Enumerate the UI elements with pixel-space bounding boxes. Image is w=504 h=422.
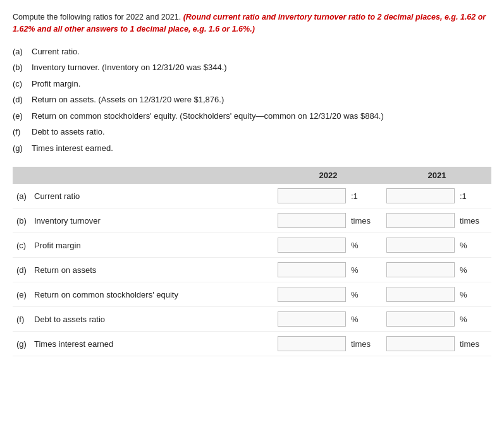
row-letter: (f) xyxy=(13,307,30,332)
item-text: Times interest earned. xyxy=(32,142,491,155)
input-2021-4[interactable] xyxy=(386,287,455,302)
table-row: (a) Current ratio :1 :1 xyxy=(13,184,491,208)
row-letter: (d) xyxy=(13,258,30,282)
item-letter: (g) xyxy=(13,142,32,155)
table-row: (c) Profit margin % % xyxy=(13,233,491,258)
input-2021-1[interactable] xyxy=(386,213,455,228)
row-letter: (c) xyxy=(13,233,30,258)
unit-2022: % xyxy=(350,258,383,282)
item-text: Return on assets. (Assets on 12/31/20 we… xyxy=(32,93,491,106)
input-2021-5[interactable] xyxy=(386,311,455,327)
input-2022-1[interactable] xyxy=(278,213,346,228)
input-2022-cell xyxy=(274,332,350,356)
unit-2021: % xyxy=(458,233,491,258)
input-2022-cell xyxy=(274,208,350,233)
unit-2022: % xyxy=(350,282,383,307)
input-2022-cell xyxy=(274,307,350,332)
table-row: (g) Times interest earned times times xyxy=(13,332,491,356)
list-item: (f)Debt to assets ratio. xyxy=(13,126,491,138)
input-2021-6[interactable] xyxy=(386,336,455,351)
input-2022-cell xyxy=(274,258,350,282)
item-letter: (c) xyxy=(13,78,32,90)
input-2021-0[interactable] xyxy=(386,188,455,203)
unit-2021: times xyxy=(458,208,491,233)
item-letter: (b) xyxy=(13,61,32,74)
list-item: (g)Times interest earned. xyxy=(13,142,491,155)
list-item: (d)Return on assets. (Assets on 12/31/20… xyxy=(13,93,491,106)
row-letter: (g) xyxy=(13,332,30,356)
input-2021-cell xyxy=(383,233,458,258)
row-desc: Return on common stockholders' equity xyxy=(30,282,274,307)
input-2022-0[interactable] xyxy=(278,188,346,203)
unit-2022: % xyxy=(350,307,383,332)
item-letter: (e) xyxy=(13,110,32,123)
unit-2021: times xyxy=(458,332,491,356)
unit-2022: % xyxy=(350,233,383,258)
unit-2021: % xyxy=(458,307,491,332)
row-desc: Profit margin xyxy=(30,233,274,258)
item-letter: (a) xyxy=(13,45,32,58)
unit-2021: % xyxy=(458,282,491,307)
input-2022-cell xyxy=(274,233,350,258)
list-item: (e)Return on common stockholders' equity… xyxy=(13,110,491,123)
table-header-row: 2022 2021 xyxy=(13,167,491,184)
row-desc: Return on assets xyxy=(30,258,274,282)
list-item: (a)Current ratio. xyxy=(13,45,491,58)
item-text: Profit margin. xyxy=(32,78,491,90)
input-2021-cell xyxy=(383,184,458,208)
input-2021-3[interactable] xyxy=(386,262,455,277)
input-2022-5[interactable] xyxy=(278,311,346,327)
header-2021: 2021 xyxy=(383,167,491,184)
table-row: (f) Debt to assets ratio % % xyxy=(13,307,491,332)
item-letter: (f) xyxy=(13,126,32,138)
unit-2021: :1 xyxy=(458,184,491,208)
row-letter: (b) xyxy=(13,208,30,233)
item-text: Debt to assets ratio. xyxy=(32,126,491,138)
unit-2022: :1 xyxy=(350,184,383,208)
table-row: (b) Inventory turnover times times xyxy=(13,208,491,233)
table-row: (e) Return on common stockholders' equit… xyxy=(13,282,491,307)
input-2021-2[interactable] xyxy=(386,238,455,253)
input-2022-cell xyxy=(274,184,350,208)
row-desc: Inventory turnover xyxy=(30,208,274,233)
items-list: (a)Current ratio.(b)Inventory turnover. … xyxy=(13,45,491,155)
table-row: (d) Return on assets % % xyxy=(13,258,491,282)
input-2022-2[interactable] xyxy=(278,238,346,253)
ratios-table: 2022 2021 (a) Current ratio :1 :1 (b) In… xyxy=(13,167,491,356)
input-2022-6[interactable] xyxy=(278,336,346,351)
row-letter: (a) xyxy=(13,184,30,208)
header-2022: 2022 xyxy=(274,167,383,184)
row-desc: Current ratio xyxy=(30,184,274,208)
list-item: (b)Inventory turnover. (Inventory on 12/… xyxy=(13,61,491,74)
input-2021-cell xyxy=(383,332,458,356)
input-2021-cell xyxy=(383,282,458,307)
row-letter: (e) xyxy=(13,282,30,307)
input-2021-cell xyxy=(383,258,458,282)
item-text: Inventory turnover. (Inventory on 12/31/… xyxy=(32,61,491,74)
item-letter: (d) xyxy=(13,93,32,106)
unit-2022: times xyxy=(350,332,383,356)
item-text: Current ratio. xyxy=(32,45,491,58)
row-desc: Times interest earned xyxy=(30,332,274,356)
instructions-main: Compute the following ratios for 2022 an… xyxy=(13,13,181,21)
unit-2022: times xyxy=(350,208,383,233)
input-2022-cell xyxy=(274,282,350,307)
instructions-block: Compute the following ratios for 2022 an… xyxy=(13,11,491,35)
list-item: (c)Profit margin. xyxy=(13,78,491,90)
header-empty xyxy=(13,167,274,184)
input-2021-cell xyxy=(383,208,458,233)
item-text: Return on common stockholders' equity. (… xyxy=(32,110,491,123)
row-desc: Debt to assets ratio xyxy=(30,307,274,332)
unit-2021: % xyxy=(458,258,491,282)
input-2022-3[interactable] xyxy=(278,262,346,277)
input-2022-4[interactable] xyxy=(278,287,346,302)
input-2021-cell xyxy=(383,307,458,332)
